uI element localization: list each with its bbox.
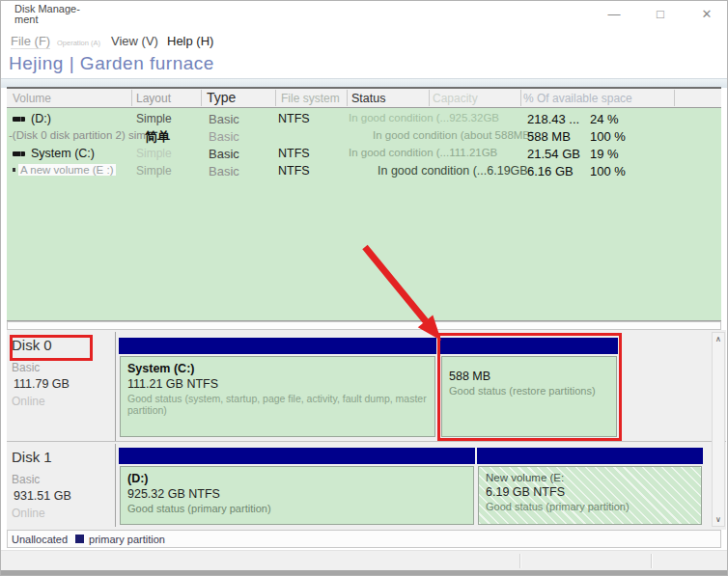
layout-cell: Simple bbox=[136, 147, 172, 160]
percent-cell: 100 % bbox=[590, 164, 626, 178]
menu-help[interactable]: Help (H) bbox=[167, 34, 213, 48]
minimize-button[interactable]: — bbox=[605, 5, 623, 22]
column-header-layout[interactable]: Layout bbox=[136, 92, 171, 105]
vertical-scrollbar[interactable]: ∧ ∨ bbox=[712, 332, 725, 527]
scroll-down-button[interactable]: ∨ bbox=[713, 513, 724, 526]
type-cell: Basic bbox=[209, 129, 239, 144]
statusbar-divider bbox=[651, 554, 652, 568]
partition-size: 588 MB bbox=[449, 370, 609, 383]
column-header-file-system[interactable]: File system bbox=[281, 92, 340, 105]
disk1-size: 931.51 GB bbox=[14, 489, 115, 503]
partition-d[interactable]: (D:) 925.32 GB NTFS Good status (primary… bbox=[119, 448, 475, 526]
volume-icon bbox=[13, 117, 25, 122]
window-title-line2: ment bbox=[14, 14, 80, 25]
partition-header-bar bbox=[119, 448, 475, 464]
type-cell: Basic bbox=[209, 164, 239, 178]
window-title: Disk Manage- ment bbox=[14, 4, 80, 25]
partition-header-bar bbox=[477, 448, 703, 464]
partition-status: Good status (primary partition) bbox=[486, 501, 694, 512]
partition-body: 588 MB Good status (restore partitions) bbox=[441, 356, 617, 437]
volume-icon-small bbox=[13, 168, 15, 172]
type-cell: Basic bbox=[209, 112, 239, 126]
primary-partition-swatch bbox=[75, 535, 84, 543]
disk0-row: Disk 0 Basic 111.79 GB Online System (C:… bbox=[7, 332, 726, 442]
volume-row-d[interactable]: (D:) Simple Basic NTFS In good condition… bbox=[7, 110, 721, 127]
legend-unallocated-label: Unallocated bbox=[12, 534, 68, 545]
partition-header-bar bbox=[440, 338, 618, 354]
partition-title: New volume (E: bbox=[486, 472, 694, 483]
chevron-down-icon: ∨ bbox=[715, 515, 721, 524]
column-divider[interactable] bbox=[520, 90, 521, 106]
volume-cell: System (C:) bbox=[13, 147, 95, 160]
volume-cell: -(Disk 0 disk partition 2) sim bbox=[9, 129, 146, 141]
status-cell: In good condition (...6.19GB bbox=[378, 164, 528, 178]
column-divider[interactable] bbox=[131, 90, 132, 106]
file-system-cell: NTFS bbox=[278, 112, 310, 125]
chevron-up-icon: ∧ bbox=[715, 335, 721, 343]
column-divider[interactable] bbox=[674, 90, 675, 106]
layout-cell: 简单 bbox=[145, 128, 170, 146]
column-header-capacity[interactable]: Capacity bbox=[433, 92, 478, 105]
legend-primary-label: primary partition bbox=[89, 534, 165, 545]
close-button[interactable]: ✕ bbox=[698, 5, 715, 22]
volume-list-header: Volume Layout Type File system Status Ca… bbox=[7, 87, 721, 108]
volume-list: (D:) Simple Basic NTFS In good condition… bbox=[7, 108, 721, 321]
partition-title: System (C:) bbox=[127, 362, 428, 375]
status-bar bbox=[1, 550, 728, 571]
volume-row-system-c[interactable]: System (C:) Simple Basic NTFS In good co… bbox=[7, 145, 721, 162]
partition-status: Good status (system, startup, page file,… bbox=[127, 393, 428, 416]
percent-cell: 24 % bbox=[590, 112, 619, 126]
disk0-name: Disk 0 bbox=[12, 337, 115, 353]
column-divider[interactable] bbox=[201, 90, 202, 106]
disk0-size: 111.79 GB bbox=[14, 377, 115, 391]
status-cell: In good condition (...111.21GB bbox=[349, 147, 497, 158]
partition-status: Good status (primary partition) bbox=[127, 503, 466, 514]
volume-row-new-volume-e[interactable]: A new volume (E :) Simple Basic NTFS In … bbox=[7, 162, 721, 179]
window-controls: — □ ✕ bbox=[605, 5, 715, 22]
partition-body: (D:) 925.32 GB NTFS Good status (primary… bbox=[120, 466, 474, 525]
minimize-icon: — bbox=[608, 7, 621, 21]
partition-title: (D:) bbox=[127, 472, 466, 485]
partition-588mb-recovery[interactable]: 588 MB Good status (restore partitions) bbox=[440, 338, 618, 438]
menu-view[interactable]: View (V) bbox=[111, 34, 158, 48]
column-header-status[interactable]: Status bbox=[351, 92, 385, 105]
partition-size: 925.32 GB NTFS bbox=[127, 487, 466, 501]
volume-icon bbox=[13, 151, 25, 156]
column-header-percent[interactable]: % Of available space bbox=[523, 92, 632, 105]
partition-system-c[interactable]: System (C:) 111.21 GB NTFS Good status (… bbox=[119, 338, 436, 438]
menu-file[interactable]: File (F) bbox=[11, 34, 50, 49]
menu-operation[interactable]: Operation (A) bbox=[57, 39, 100, 47]
disk-graph-pane: Disk 0 Basic 111.79 GB Online System (C:… bbox=[7, 330, 726, 530]
volume-row-disk0-partition2[interactable]: -(Disk 0 disk partition 2) sim 简单 Basic … bbox=[7, 127, 721, 145]
percent-cell: 19 % bbox=[590, 147, 619, 161]
partition-body: New volume (E: 6.19 GB NTFS Good status … bbox=[478, 466, 702, 525]
disk1-kind: Basic bbox=[12, 473, 115, 486]
close-icon: ✕ bbox=[702, 7, 713, 21]
disk1-state: Online bbox=[12, 507, 115, 520]
column-divider[interactable] bbox=[347, 90, 348, 106]
banner-area: Hejing | Garden furnace bbox=[1, 52, 727, 78]
legend-bar: Unallocated primary partition bbox=[7, 530, 721, 548]
disk0-info-panel[interactable]: Disk 0 Basic 111.79 GB Online bbox=[7, 332, 116, 441]
percent-cell: 100 % bbox=[590, 129, 626, 144]
column-divider[interactable] bbox=[429, 90, 430, 106]
volume-cell: A new volume (E :) bbox=[13, 164, 116, 176]
column-divider[interactable] bbox=[275, 90, 276, 106]
column-header-volume[interactable]: Volume bbox=[13, 92, 51, 105]
scroll-up-button[interactable]: ∧ bbox=[713, 333, 724, 345]
disk0-kind: Basic bbox=[12, 361, 115, 374]
partition-new-volume-e[interactable]: New volume (E: 6.19 GB NTFS Good status … bbox=[477, 448, 703, 526]
disk-management-window: Disk Manage- ment — □ ✕ File (F) Operati… bbox=[0, 0, 728, 576]
capacity-cell: 6.16 GB bbox=[527, 164, 574, 178]
layout-cell: Simple bbox=[136, 164, 172, 178]
pane-divider[interactable] bbox=[7, 321, 721, 330]
disk1-info-panel[interactable]: Disk 1 Basic 931.51 GB Online bbox=[7, 444, 116, 527]
title-bar: Disk Manage- ment — □ ✕ bbox=[1, 1, 727, 30]
partition-size: 111.21 GB NTFS bbox=[127, 377, 428, 391]
disk1-row: Disk 1 Basic 931.51 GB Online (D:) 925.3… bbox=[7, 444, 726, 527]
partition-size: 6.19 GB NTFS bbox=[486, 485, 694, 499]
status-cell: In good condition (about 588MB) bbox=[373, 129, 534, 141]
maximize-button[interactable]: □ bbox=[652, 5, 669, 22]
capacity-cell: 218.43 ... bbox=[527, 112, 579, 126]
column-header-type[interactable]: Type bbox=[207, 90, 236, 105]
